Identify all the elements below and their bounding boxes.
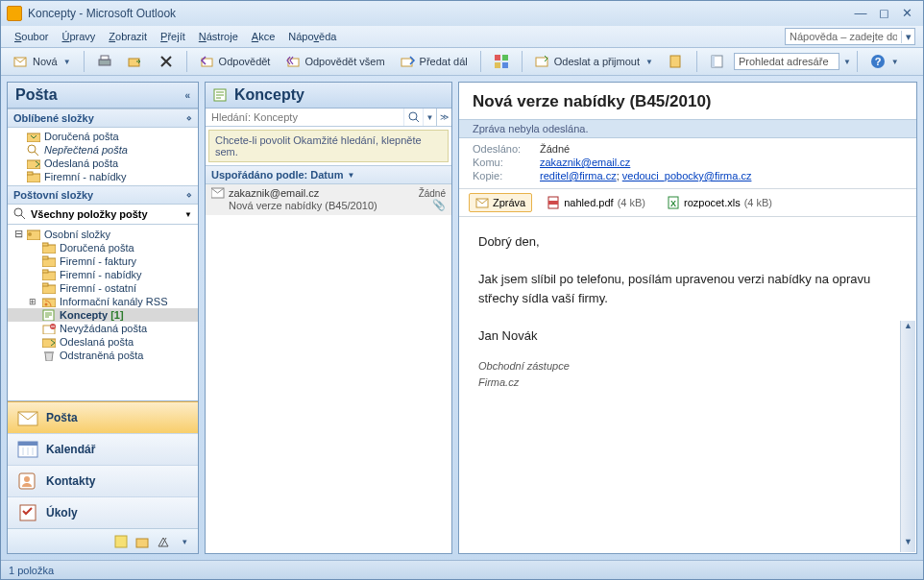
help-search-dropdown[interactable]: ▾ xyxy=(901,31,914,43)
tree-item[interactable]: Odstraněná pošta xyxy=(8,349,198,362)
help-search-input[interactable] xyxy=(786,31,901,42)
svg-rect-39 xyxy=(44,351,54,353)
shortcuts-icon[interactable] xyxy=(156,534,171,549)
svg-point-52 xyxy=(409,112,417,120)
search-address-input[interactable] xyxy=(734,53,839,70)
chevron-icon: ⋄ xyxy=(186,113,192,123)
reply-all-label: Odpovědět všem xyxy=(304,56,384,67)
notes-icon[interactable] xyxy=(113,534,129,549)
attachment-xls[interactable]: X rozpocet.xls (4 kB) xyxy=(660,193,779,212)
new-button[interactable]: Nová ▼ xyxy=(7,51,78,72)
body-area: Pošta « Oblíbené složky ⋄ Doručená pošta… xyxy=(1,76,923,560)
delete-button[interactable] xyxy=(152,51,181,72)
svg-rect-30 xyxy=(42,270,48,273)
tree-root[interactable]: ⊟ Osobní složky xyxy=(8,227,198,241)
tree-item[interactable]: Firemní - ostatní xyxy=(8,281,198,295)
close-button[interactable]: ✕ xyxy=(896,6,917,21)
nav-btn-mail[interactable]: Pošta xyxy=(8,401,198,433)
cc-recipient-2[interactable]: vedouci_pobocky@firma.cz xyxy=(622,170,752,181)
search-address-dropdown[interactable]: ▼ xyxy=(843,58,851,66)
search-dropdown[interactable]: ▼ xyxy=(423,109,436,126)
expand-icon[interactable]: ⊞ xyxy=(29,297,36,306)
svg-point-18 xyxy=(28,145,36,153)
folder-list-icon[interactable] xyxy=(134,534,150,549)
svg-point-47 xyxy=(24,476,30,482)
print-button[interactable] xyxy=(90,51,119,72)
menu-soubor[interactable]: Soubor xyxy=(9,29,54,44)
configure-buttons-icon[interactable]: ▾ xyxy=(177,534,192,549)
help-search[interactable]: ▾ xyxy=(785,28,915,45)
message-item[interactable]: zakaznik@email.czŽádnéNová verze nabídky… xyxy=(206,184,451,215)
message-body: Dobrý den, Jak jsem slíbil po telefonu, … xyxy=(459,217,916,553)
sort-bar[interactable]: Uspořádáno podle: Datum ▼ xyxy=(206,165,451,184)
find-button[interactable] xyxy=(662,51,691,72)
inbox-icon xyxy=(27,131,40,142)
nav-btn-calendar[interactable]: Kalendář xyxy=(8,433,198,465)
menu-upravy[interactable]: Úpravy xyxy=(56,29,101,44)
cc-recipient-1[interactable]: reditel@firma.cz xyxy=(540,170,617,181)
expand-search-icon[interactable]: ≫ xyxy=(436,109,451,126)
reply-label: Odpovědět xyxy=(219,56,271,67)
move-button[interactable] xyxy=(121,51,150,72)
search-input[interactable] xyxy=(206,109,403,126)
reply-all-button[interactable]: Odpovědět všem xyxy=(279,51,391,72)
menu-nastroje[interactable]: Nástroje xyxy=(193,29,244,44)
tree-item[interactable]: Firemní - faktury xyxy=(8,254,198,268)
nav-header-label: Pošta xyxy=(15,86,58,104)
menu-prejit[interactable]: Přejít xyxy=(155,29,191,44)
help-button[interactable]: ?▼ xyxy=(863,51,906,72)
chevron-down-icon: ▼ xyxy=(891,58,899,66)
attachment-message[interactable]: Zpráva xyxy=(469,193,532,212)
tree-item[interactable]: Odeslaná pošta xyxy=(8,335,198,349)
favorite-item[interactable]: Doručená pošta xyxy=(8,130,198,143)
favorite-item[interactable]: Odeslaná pošta xyxy=(8,157,198,170)
scroll-up-icon[interactable]: ▲ xyxy=(901,321,915,336)
nav-btn-contacts[interactable]: Kontakty xyxy=(8,465,198,496)
favorite-item[interactable]: Nepřečtená pošta xyxy=(8,143,198,157)
menu-napoveda[interactable]: Nápověda xyxy=(282,29,342,44)
to-recipient[interactable]: zakaznik@email.cz xyxy=(540,157,630,168)
send-receive-button[interactable]: Odeslat a přijmout ▼ xyxy=(528,51,660,72)
mail-folders-header[interactable]: Poštovní složky ⋄ xyxy=(8,185,198,205)
collapse-nav-icon[interactable]: « xyxy=(184,90,190,101)
excel-icon: X xyxy=(667,196,680,209)
reply-button[interactable]: Odpovědět xyxy=(193,51,278,72)
favorites-header[interactable]: Oblíbené složky ⋄ xyxy=(8,109,198,128)
search-button[interactable] xyxy=(403,109,423,126)
svg-point-22 xyxy=(14,208,22,216)
menu-akce[interactable]: Akce xyxy=(246,29,280,44)
scope-selector[interactable]: Všechny položky pošty ▼ xyxy=(8,205,198,225)
chevron-down-icon: ▼ xyxy=(63,58,71,66)
favorites-list: Doručená poštaNepřečtená poštaOdeslaná p… xyxy=(8,128,198,185)
scroll-down-icon[interactable]: ▼ xyxy=(901,537,915,552)
tree-item[interactable]: Koncepty [1] xyxy=(8,308,198,322)
tree-item[interactable]: Doručená pošta xyxy=(8,241,198,254)
scrollbar[interactable]: ▲ ▼ xyxy=(900,321,915,552)
favorite-item[interactable]: Firemní - nabídky xyxy=(8,170,198,183)
address-book-button[interactable] xyxy=(703,51,732,72)
calendar-icon xyxy=(17,440,38,459)
draft-icon xyxy=(42,309,56,321)
menu-zobrazit[interactable]: Zobrazit xyxy=(103,29,153,44)
search-icon xyxy=(27,144,40,156)
tree-item[interactable]: Firemní - nabídky xyxy=(8,268,198,281)
instant-search-infobar[interactable]: Chcete-li povolit Okamžité hledání, klep… xyxy=(208,130,449,162)
svg-point-34 xyxy=(45,303,48,306)
draft-mail-icon xyxy=(211,187,225,199)
attachment-bar: Zpráva nahled.pdf (4 kB) X rozpocet.xls … xyxy=(459,188,916,217)
minimize-button[interactable]: — xyxy=(850,6,871,21)
tree-item[interactable]: Nevyžádaná pošta xyxy=(8,322,198,335)
categories-button[interactable] xyxy=(487,51,516,72)
attachment-pdf[interactable]: nahled.pdf (4 kB) xyxy=(540,193,652,212)
svg-rect-28 xyxy=(42,256,48,259)
svg-rect-56 xyxy=(548,201,558,205)
nav-btn-tasks[interactable]: Úkoly xyxy=(8,496,198,528)
drafts-icon xyxy=(213,88,229,102)
maximize-button[interactable]: ◻ xyxy=(873,6,894,21)
svg-text:X: X xyxy=(670,199,676,208)
svg-rect-33 xyxy=(42,299,56,307)
collapse-icon[interactable]: ⊟ xyxy=(13,228,23,240)
to-label: Komu: xyxy=(473,157,540,168)
tree-item[interactable]: ⊞Informační kanály RSS xyxy=(8,295,198,308)
forward-button[interactable]: Předat dál xyxy=(394,51,474,72)
